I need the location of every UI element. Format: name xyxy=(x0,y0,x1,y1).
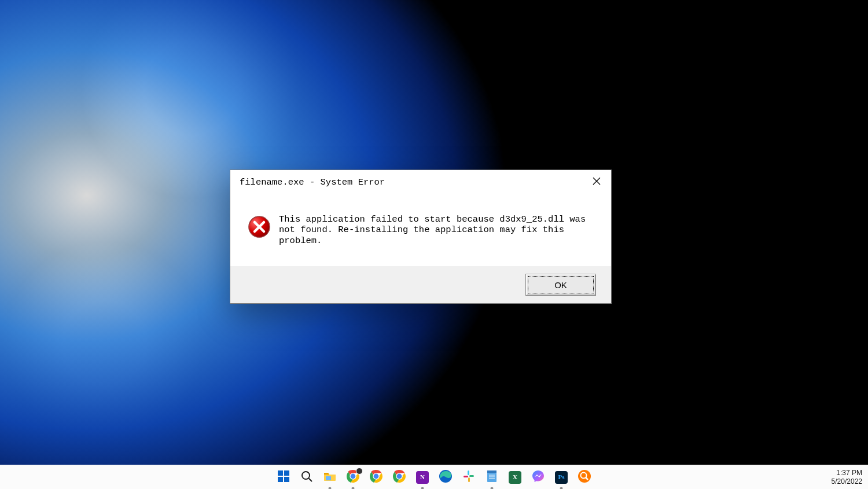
photoshop-icon: Ps xyxy=(555,471,568,484)
taskbar-item-notepad[interactable] xyxy=(484,469,500,486)
chrome-icon xyxy=(392,469,406,486)
taskbar-item-edge[interactable] xyxy=(437,469,454,486)
chrome-icon xyxy=(369,469,383,486)
dialog-titlebar[interactable]: filename.exe - System Error xyxy=(230,170,611,194)
taskbar-item-slack[interactable] xyxy=(461,469,477,486)
taskbar-item-photoshop[interactable]: Ps xyxy=(553,469,569,486)
taskbar-item-excel[interactable]: X xyxy=(507,469,523,486)
messenger-icon xyxy=(531,469,545,486)
taskbar-pinned-apps: N X Ps xyxy=(275,469,593,486)
close-icon xyxy=(593,177,601,188)
svg-rect-2 xyxy=(278,470,283,476)
svg-rect-21 xyxy=(468,477,470,482)
taskbar-item-messenger[interactable] xyxy=(530,469,546,486)
dialog-message: This application failed to start because… xyxy=(279,214,591,246)
svg-point-28 xyxy=(578,470,591,483)
system-error-dialog: filename.exe - System Error This applica… xyxy=(230,170,612,304)
svg-rect-19 xyxy=(468,470,469,475)
svg-rect-22 xyxy=(464,476,468,477)
svg-point-17 xyxy=(397,473,402,479)
taskbar-search[interactable] xyxy=(299,469,315,486)
taskbar: N X Ps xyxy=(0,465,868,489)
systray-time: 1:37 PM xyxy=(836,469,862,477)
close-button[interactable] xyxy=(586,174,608,191)
dialog-button-bar: OK xyxy=(230,266,611,303)
ok-button[interactable]: OK xyxy=(525,274,596,296)
svg-rect-4 xyxy=(278,477,283,482)
folder-icon xyxy=(323,469,337,486)
profile-badge-icon xyxy=(356,468,363,475)
taskbar-item-everything[interactable] xyxy=(576,469,593,486)
system-tray[interactable]: 1:37 PM 5/20/2022 xyxy=(832,465,862,489)
svg-point-6 xyxy=(302,472,310,479)
search-icon xyxy=(300,469,314,486)
onenote-icon: N xyxy=(416,471,429,484)
taskbar-item-chrome-2[interactable] xyxy=(368,469,384,486)
start-button[interactable] xyxy=(275,469,292,486)
error-icon xyxy=(248,214,271,241)
dialog-title: filename.exe - System Error xyxy=(240,177,385,187)
svg-point-11 xyxy=(351,473,356,479)
svg-rect-5 xyxy=(284,477,289,482)
svg-rect-24 xyxy=(487,470,496,473)
windows-logo-icon xyxy=(277,469,290,486)
svg-rect-3 xyxy=(284,470,289,476)
edge-icon xyxy=(439,469,453,486)
svg-point-14 xyxy=(374,473,379,479)
search-app-icon xyxy=(578,469,591,486)
svg-rect-8 xyxy=(326,476,331,480)
slack-icon xyxy=(462,469,476,486)
notepad-icon xyxy=(485,469,499,486)
excel-icon: X xyxy=(509,471,521,484)
svg-rect-20 xyxy=(469,475,474,477)
systray-date: 5/20/2022 xyxy=(832,477,862,486)
taskbar-item-chrome-1[interactable] xyxy=(345,469,361,486)
svg-line-7 xyxy=(309,478,312,481)
taskbar-item-file-explorer[interactable] xyxy=(322,469,338,486)
taskbar-item-chrome-3[interactable] xyxy=(391,469,407,486)
dialog-body: This application failed to start because… xyxy=(230,194,611,266)
taskbar-item-onenote[interactable]: N xyxy=(414,469,431,486)
